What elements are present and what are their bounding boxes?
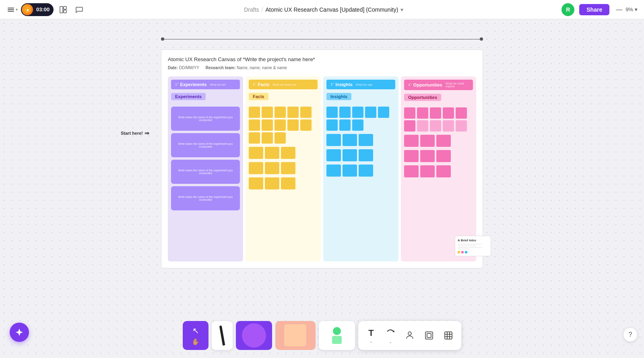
character-tool[interactable] [319,321,355,350]
menu-chevron: ▾ [16,7,18,12]
opp-sticky-med[interactable] [436,150,451,162]
fact-sticky-med[interactable] [281,162,295,174]
user-avatar-button[interactable]: R [561,3,574,16]
svg-rect-5 [60,6,63,13]
layout-button[interactable] [57,3,70,16]
pencil-tool[interactable] [212,321,233,350]
opp-sticky[interactable] [430,107,441,119]
fact-sticky-med[interactable] [281,177,295,189]
connect-chevron[interactable]: ⌃ [389,342,392,346]
opp-sticky-med[interactable] [420,150,435,162]
breadcrumb-drafts[interactable]: Drafts [244,6,259,13]
fact-sticky[interactable] [249,107,260,118]
avatar-timer[interactable]: ★ 03:00 [21,3,54,16]
text-tool-chevron[interactable]: ⌃ [369,341,373,346]
insight-sticky[interactable] [352,119,363,131]
fact-sticky-med[interactable] [265,177,279,189]
opp-sticky[interactable] [404,120,415,132]
insight-sticky[interactable] [326,119,338,131]
insight-sticky-med[interactable] [359,149,373,161]
selection-handle-top [161,37,483,41]
insight-sticky[interactable] [352,107,363,118]
frame-tool[interactable] [422,328,436,343]
insight-sticky-med[interactable] [343,134,357,146]
column-experiments: 1° Experiments What we did Experiments W… [168,76,243,261]
fact-sticky[interactable] [249,132,260,144]
fact-sticky-med[interactable] [265,147,279,159]
fact-sticky[interactable] [262,132,273,144]
fact-sticky-med[interactable] [265,162,279,174]
insight-sticky[interactable] [365,107,376,118]
connect-tool[interactable] [383,324,398,339]
opp-sticky-lt[interactable] [456,120,467,132]
opp-sticky-med[interactable] [420,135,435,147]
opp-sticky[interactable] [404,107,415,119]
opp-sticky[interactable] [417,107,428,119]
fact-sticky-med[interactable] [249,162,263,174]
fact-sticky-med[interactable] [249,177,263,189]
zoom-minus-button[interactable]: — [614,5,624,14]
opp-sticky-lt[interactable] [417,120,428,132]
cursor-tool-group[interactable]: ↖ ✋ [183,321,208,350]
sticky-experiment-2[interactable]: Write down the name of the experiment yo… [171,133,240,157]
fact-sticky[interactable] [275,132,286,144]
sticky-experiment-4[interactable]: Write down the name of the experiment yo… [171,186,240,210]
facts-group-3 [249,162,318,174]
opp-sticky[interactable] [443,107,454,119]
table-tool[interactable] [441,328,456,343]
fact-sticky[interactable] [262,107,273,118]
text-tool[interactable]: T [364,326,378,340]
fact-sticky[interactable] [287,107,299,118]
fact-sticky[interactable] [249,119,260,131]
connect-tool-chevron-row: ⌃ [389,339,392,347]
opp-sticky-med[interactable] [420,165,435,177]
zoom-level: 9% [625,6,633,12]
insight-sticky-med[interactable] [326,149,341,161]
opp-sticky-lt[interactable] [430,120,441,132]
opportunities-title: Opportunities [413,82,442,87]
svg-rect-1 [8,9,14,10]
opp-sticky-lt[interactable] [443,120,454,132]
zoom-expand[interactable]: ▾ [635,6,638,12]
insights-title: Insights [336,82,353,87]
fact-sticky[interactable] [275,107,286,118]
col-header-experiments: 1° Experiments What we did [171,80,240,89]
insight-sticky[interactable] [339,119,351,131]
fact-sticky-med[interactable] [281,147,295,159]
insight-sticky-med[interactable] [359,165,373,177]
help-button[interactable]: ? [623,327,638,342]
share-button[interactable]: Share [579,4,609,15]
insight-sticky-med[interactable] [359,134,373,146]
comments-button[interactable] [73,3,86,16]
insight-sticky-med[interactable] [343,165,357,177]
svg-text:★: ★ [26,8,29,12]
insight-sticky-med[interactable] [326,165,341,177]
date-value: DD/MM/YY [179,66,199,70]
opp-sticky-med[interactable] [404,165,419,177]
opp-sticky-med[interactable] [404,150,419,162]
fact-sticky[interactable] [262,119,273,131]
insight-sticky-med[interactable] [326,134,341,146]
fact-sticky[interactable] [287,119,299,131]
insight-sticky[interactable] [339,107,351,118]
opp-sticky[interactable] [456,107,467,119]
opp-sticky-med[interactable] [436,165,451,177]
sticker-tool[interactable] [275,321,316,350]
fact-sticky-med[interactable] [249,147,263,159]
canvas-area[interactable]: Start here! ⇒ Atomic UX Research Canvas … [0,19,644,358]
shape-tool[interactable] [236,321,272,350]
fab-button[interactable] [10,323,29,342]
fact-sticky[interactable] [300,107,312,118]
menu-button[interactable]: ▾ [6,4,18,15]
person-tool[interactable] [402,328,417,343]
insight-sticky[interactable] [326,107,338,118]
title-chevron[interactable]: ▾ [400,6,403,13]
sticky-experiment-3[interactable]: Write down the name of the experiment yo… [171,160,240,184]
opp-sticky-med[interactable] [404,135,419,147]
opp-sticky-med[interactable] [436,135,451,147]
fact-sticky[interactable] [300,119,312,131]
insight-sticky[interactable] [378,107,389,118]
fact-sticky[interactable] [275,119,286,131]
insight-sticky-med[interactable] [343,149,357,161]
sticky-experiment-1[interactable]: Write down the name of the experiment yo… [171,107,240,131]
